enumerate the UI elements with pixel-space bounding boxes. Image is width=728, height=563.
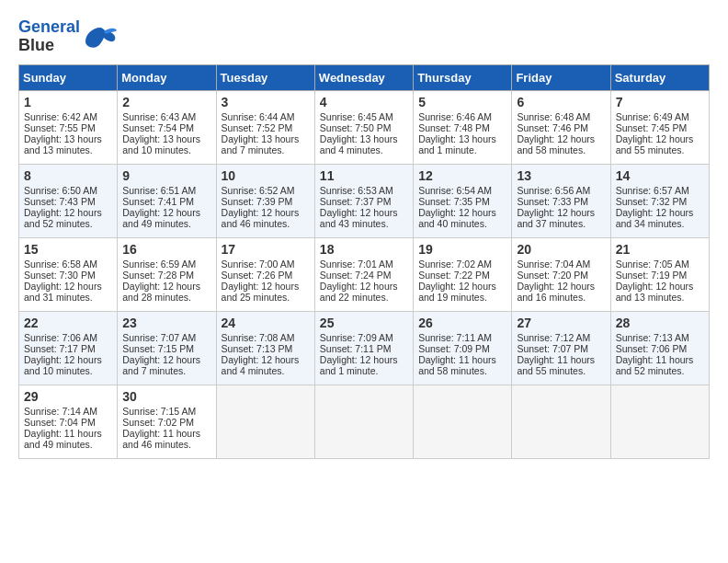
day-info: Sunrise: 6:45 AM: [320, 111, 408, 122]
day-info: Sunset: 7:48 PM: [418, 122, 506, 133]
day-info: Sunrise: 6:53 AM: [320, 185, 408, 196]
day-info: Daylight: 12 hours: [222, 281, 310, 292]
day-number: 28: [616, 316, 704, 330]
day-info: Daylight: 11 hours: [24, 428, 112, 439]
day-info: Sunrise: 7:14 AM: [24, 406, 112, 417]
day-info: Sunrise: 6:43 AM: [122, 111, 210, 122]
day-info: and 13 minutes.: [616, 292, 704, 303]
day-info: Sunset: 7:28 PM: [122, 270, 210, 281]
day-info: and 46 minutes.: [122, 439, 210, 450]
day-info: Sunrise: 6:48 AM: [517, 111, 605, 122]
day-info: Sunrise: 7:07 AM: [122, 332, 210, 343]
day-number: 7: [616, 95, 704, 109]
calendar-cell: 14Sunrise: 6:57 AMSunset: 7:32 PMDayligh…: [610, 164, 709, 237]
day-info: Daylight: 12 hours: [418, 281, 506, 292]
day-info: and 55 minutes.: [517, 365, 605, 376]
day-info: Sunset: 7:33 PM: [517, 196, 605, 207]
day-info: and 52 minutes.: [24, 218, 112, 229]
calendar-cell: 18Sunrise: 7:01 AMSunset: 7:24 PMDayligh…: [314, 237, 413, 311]
day-info: Daylight: 12 hours: [517, 281, 605, 292]
calendar-cell: 17Sunrise: 7:00 AMSunset: 7:26 PMDayligh…: [216, 237, 314, 311]
day-info: Sunset: 7:46 PM: [517, 122, 605, 133]
day-info: Sunset: 7:04 PM: [24, 417, 112, 428]
day-number: 16: [122, 242, 210, 257]
calendar-cell: 1Sunrise: 6:42 AMSunset: 7:55 PMDaylight…: [19, 90, 118, 164]
day-info: Daylight: 12 hours: [616, 281, 704, 292]
day-info: Sunset: 7:26 PM: [222, 270, 310, 281]
day-info: Daylight: 12 hours: [122, 207, 210, 218]
day-info: and 58 minutes.: [517, 144, 605, 155]
calendar-cell: 2Sunrise: 6:43 AMSunset: 7:54 PMDaylight…: [118, 90, 216, 164]
calendar-cell: 7Sunrise: 6:49 AMSunset: 7:45 PMDaylight…: [610, 90, 709, 164]
day-info: Sunrise: 6:59 AM: [122, 259, 210, 270]
calendar-cell: 22Sunrise: 7:06 AMSunset: 7:17 PMDayligh…: [19, 311, 118, 385]
day-info: Sunrise: 7:11 AM: [418, 332, 506, 343]
day-info: Sunrise: 6:52 AM: [222, 185, 310, 196]
day-info: Sunrise: 6:58 AM: [24, 259, 112, 270]
day-info: and 4 minutes.: [320, 144, 408, 155]
day-number: 30: [122, 389, 210, 404]
logo: GeneralBlue: [18, 18, 117, 55]
day-info: Sunrise: 6:57 AM: [616, 185, 704, 196]
calendar-cell: 9Sunrise: 6:51 AMSunset: 7:41 PMDaylight…: [118, 164, 216, 237]
day-info: and 10 minutes.: [122, 144, 210, 155]
day-info: Daylight: 11 hours: [418, 354, 506, 365]
day-info: Sunset: 7:37 PM: [320, 196, 408, 207]
day-info: Sunset: 7:30 PM: [24, 270, 112, 281]
day-info: Sunset: 7:39 PM: [222, 196, 310, 207]
calendar-cell: [216, 385, 314, 458]
col-header-monday: Monday: [118, 64, 216, 90]
day-number: 3: [222, 95, 310, 109]
calendar-cell: 21Sunrise: 7:05 AMSunset: 7:19 PMDayligh…: [610, 237, 709, 311]
day-info: Daylight: 13 hours: [418, 133, 506, 144]
day-number: 1: [24, 95, 112, 109]
col-header-friday: Friday: [512, 64, 610, 90]
day-info: and 22 minutes.: [320, 292, 408, 303]
day-info: and 58 minutes.: [418, 365, 506, 376]
day-info: Sunrise: 7:04 AM: [517, 259, 605, 270]
calendar-cell: 26Sunrise: 7:11 AMSunset: 7:09 PMDayligh…: [414, 311, 512, 385]
day-info: and 13 minutes.: [24, 144, 112, 155]
day-info: Sunset: 7:07 PM: [517, 343, 605, 354]
day-info: and 49 minutes.: [24, 439, 112, 450]
day-number: 27: [517, 316, 605, 330]
day-number: 2: [122, 95, 210, 109]
day-info: Sunrise: 6:46 AM: [418, 111, 506, 122]
calendar-cell: 16Sunrise: 6:59 AMSunset: 7:28 PMDayligh…: [118, 237, 216, 311]
day-number: 15: [24, 242, 112, 257]
day-info: Sunset: 7:19 PM: [616, 270, 704, 281]
day-info: Sunrise: 7:15 AM: [122, 406, 210, 417]
day-info: and 16 minutes.: [517, 292, 605, 303]
day-info: Sunrise: 7:13 AM: [616, 332, 704, 343]
calendar-cell: 5Sunrise: 6:46 AMSunset: 7:48 PMDaylight…: [414, 90, 512, 164]
day-info: Sunset: 7:55 PM: [24, 122, 112, 133]
day-number: 20: [517, 242, 605, 257]
day-number: 17: [222, 242, 310, 257]
day-info: Sunset: 7:17 PM: [24, 343, 112, 354]
day-info: Sunset: 7:06 PM: [616, 343, 704, 354]
day-number: 13: [517, 168, 605, 183]
day-info: and 10 minutes.: [24, 365, 112, 376]
calendar-cell: 10Sunrise: 6:52 AMSunset: 7:39 PMDayligh…: [216, 164, 314, 237]
day-info: Sunset: 7:52 PM: [222, 122, 310, 133]
calendar-cell: 27Sunrise: 7:12 AMSunset: 7:07 PMDayligh…: [512, 311, 610, 385]
week-row-5: 29Sunrise: 7:14 AMSunset: 7:04 PMDayligh…: [19, 385, 710, 458]
col-header-tuesday: Tuesday: [216, 64, 314, 90]
day-info: and 52 minutes.: [616, 365, 704, 376]
week-row-3: 15Sunrise: 6:58 AMSunset: 7:30 PMDayligh…: [19, 237, 710, 311]
calendar-cell: 6Sunrise: 6:48 AMSunset: 7:46 PMDaylight…: [512, 90, 610, 164]
day-info: Daylight: 12 hours: [24, 207, 112, 218]
calendar-cell: 30Sunrise: 7:15 AMSunset: 7:02 PMDayligh…: [118, 385, 216, 458]
day-number: 26: [418, 316, 506, 330]
logo-text: GeneralBlue: [18, 18, 80, 55]
day-info: Sunset: 7:11 PM: [320, 343, 408, 354]
day-info: Sunset: 7:13 PM: [222, 343, 310, 354]
calendar-cell: 20Sunrise: 7:04 AMSunset: 7:20 PMDayligh…: [512, 237, 610, 311]
day-info: Daylight: 12 hours: [320, 207, 408, 218]
day-info: Sunrise: 7:12 AM: [517, 332, 605, 343]
day-number: 24: [222, 316, 310, 330]
day-number: 29: [24, 389, 112, 404]
day-info: Daylight: 12 hours: [517, 133, 605, 144]
day-info: Daylight: 12 hours: [418, 207, 506, 218]
calendar-cell: 19Sunrise: 7:02 AMSunset: 7:22 PMDayligh…: [414, 237, 512, 311]
